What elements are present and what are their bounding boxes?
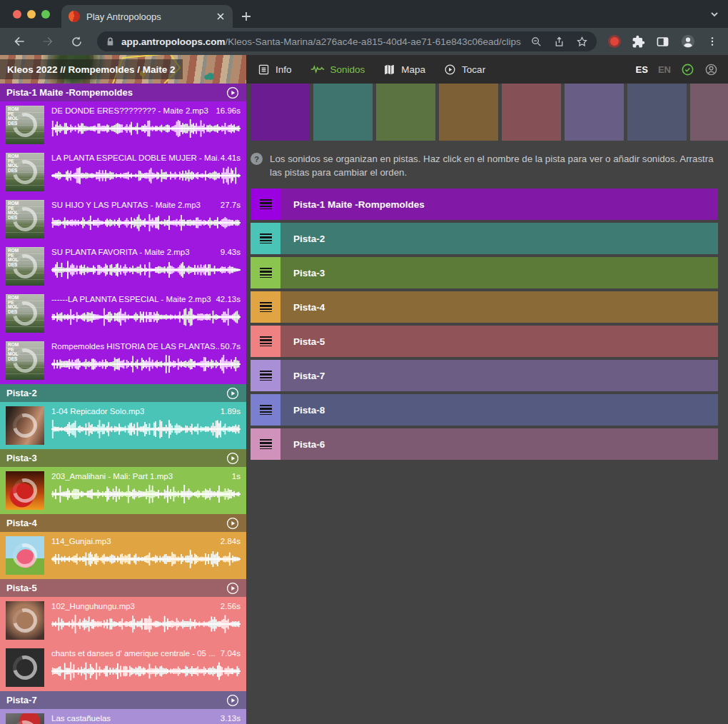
clip-item[interactable]: Las castañuelas3.13s	[0, 709, 246, 724]
clip-item[interactable]: ROM PE MOL DES SU PLANTA FAVORITA - Mait…	[0, 243, 246, 290]
track-row-bar[interactable]: Pista-1 Maite -Rompemoldes	[280, 188, 718, 220]
clip-thumbnail[interactable]	[6, 536, 44, 575]
clip-waveform[interactable]	[51, 259, 241, 281]
clip-waveform[interactable]	[51, 212, 241, 233]
browser-tab[interactable]: Play Antropoloops	[61, 5, 233, 28]
clip-thumbnail[interactable]	[6, 601, 44, 640]
tab-mapa[interactable]: Mapa	[383, 64, 425, 76]
clip-waveform[interactable]	[51, 118, 241, 139]
drag-handle[interactable]	[251, 360, 280, 391]
track-header[interactable]: Pista-5	[0, 579, 246, 597]
extensions-puzzle-icon[interactable]	[632, 35, 645, 49]
clip-waveform[interactable]	[51, 483, 241, 505]
track-row[interactable]: Pista-8	[251, 394, 718, 426]
clip-item[interactable]: 203_Amalihani - Mali: Part 1.mp31s	[0, 467, 246, 514]
clip-item[interactable]: ROM PE MOL DES LA PLANTA ESPECIAL DOBLE …	[0, 149, 246, 196]
clip-thumbnail[interactable]	[6, 471, 44, 510]
track-swatch[interactable]	[251, 84, 310, 141]
track-swatch[interactable]	[439, 84, 498, 141]
clip-item[interactable]: 102_Hunguhungu.mp32.56s	[0, 597, 246, 644]
new-tab-button[interactable]	[233, 5, 260, 28]
track-header[interactable]: Pista-3	[0, 449, 246, 467]
clip-thumbnail[interactable]: ROM PE MOL DES	[6, 341, 44, 380]
play-track-button[interactable]	[226, 517, 239, 530]
track-row-bar[interactable]: Pista-4	[280, 291, 718, 323]
forward-button[interactable]	[36, 31, 60, 52]
sync-check-icon[interactable]	[681, 63, 694, 76]
reload-button[interactable]	[64, 31, 89, 52]
clip-thumbnail[interactable]: ROM PE MOL DES	[6, 106, 44, 144]
account-icon[interactable]	[704, 63, 718, 76]
tab-search-chevron-icon[interactable]	[701, 0, 728, 28]
clip-waveform[interactable]	[51, 306, 241, 328]
track-row-bar[interactable]: Pista-7	[280, 360, 718, 391]
minimize-window-button[interactable]	[27, 10, 36, 19]
clip-waveform[interactable]	[51, 613, 241, 635]
play-track-button[interactable]	[226, 86, 239, 99]
clip-waveform[interactable]	[51, 353, 241, 375]
track-header[interactable]: Pista-4	[0, 514, 246, 532]
clip-item[interactable]: ROM PE MOL DES Rompemoldes HISTORIA DE L…	[0, 337, 246, 384]
clip-thumbnail[interactable]: ROM PE MOL DES	[6, 294, 44, 333]
project-map-thumbnail[interactable]: Kleos 2022 // Rompemoldes / Maite 2	[0, 55, 246, 84]
tab-sonidos[interactable]: Sonidos	[310, 64, 365, 75]
clip-item[interactable]: 1-04 Repicador Solo.mp31.89s	[0, 402, 246, 449]
url-bar[interactable]: app.antropoloops.com/Kleos-Santa-Marina/…	[97, 31, 597, 51]
track-row[interactable]: Pista-5	[251, 326, 718, 357]
clip-waveform[interactable]	[51, 548, 241, 570]
share-icon[interactable]	[553, 36, 565, 48]
drag-handle[interactable]	[251, 291, 280, 323]
clip-thumbnail[interactable]	[6, 713, 44, 724]
clip-thumbnail[interactable]	[6, 406, 44, 445]
track-swatch[interactable]	[376, 84, 435, 141]
track-row[interactable]: Pista-3	[251, 257, 718, 288]
track-row-bar[interactable]: Pista-8	[280, 394, 718, 426]
back-button[interactable]	[7, 31, 31, 52]
track-header[interactable]: Pista-2	[0, 384, 246, 402]
drag-handle[interactable]	[251, 257, 280, 288]
play-track-button[interactable]	[226, 387, 239, 400]
bookmark-star-icon[interactable]	[576, 36, 588, 48]
track-swatch[interactable]	[690, 84, 728, 141]
track-swatch[interactable]	[502, 84, 561, 141]
drag-handle[interactable]	[251, 428, 280, 460]
clip-item[interactable]: chants et danses d' amerique centrale - …	[0, 644, 246, 691]
track-swatch[interactable]	[627, 84, 687, 141]
clip-item[interactable]: 114_Gunjai.mp32.84s	[0, 532, 246, 579]
clip-item[interactable]: ROM PE MOL DES SU HIJO Y LAS PLANTAS - M…	[0, 196, 246, 243]
drag-handle[interactable]	[251, 326, 280, 357]
profile-avatar[interactable]	[680, 34, 696, 49]
fullscreen-window-button[interactable]	[41, 10, 50, 19]
side-panel-icon[interactable]	[656, 35, 669, 49]
record-indicator-icon[interactable]	[610, 37, 619, 46]
clip-thumbnail[interactable]: ROM PE MOL DES	[6, 247, 44, 286]
track-row[interactable]: Pista-2	[251, 223, 718, 254]
track-row-bar[interactable]: Pista-6	[280, 428, 718, 460]
drag-handle[interactable]	[251, 394, 280, 426]
drag-handle[interactable]	[251, 223, 280, 254]
clip-thumbnail[interactable]	[6, 648, 44, 687]
clip-waveform[interactable]	[51, 660, 241, 682]
tab-info[interactable]: Info	[258, 64, 292, 76]
track-row[interactable]: Pista-7	[251, 360, 718, 391]
clip-thumbnail[interactable]: ROM PE MOL DES	[6, 200, 44, 238]
track-swatch[interactable]	[565, 84, 624, 141]
tab-close-icon[interactable]	[216, 11, 226, 21]
track-row-bar[interactable]: Pista-5	[280, 326, 718, 357]
lock-icon[interactable]	[106, 37, 115, 46]
close-window-button[interactable]	[13, 10, 21, 19]
track-header[interactable]: Pista-1 Maite -Rompemoldes	[0, 84, 246, 101]
play-track-button[interactable]	[226, 582, 239, 595]
drag-handle[interactable]	[251, 188, 280, 220]
track-row-bar[interactable]: Pista-2	[280, 223, 718, 254]
tab-tocar[interactable]: Tocar	[444, 64, 485, 76]
lang-en-button[interactable]: EN	[658, 64, 671, 75]
clip-item[interactable]: ROM PE MOL DES ------LA PLANNTA ESPECIAL…	[0, 290, 246, 337]
zoom-icon[interactable]	[530, 36, 542, 48]
track-row-bar[interactable]: Pista-3	[280, 257, 718, 288]
clip-waveform[interactable]	[51, 165, 241, 186]
track-row[interactable]: Pista-1 Maite -Rompemoldes	[251, 188, 718, 220]
track-swatch[interactable]	[313, 84, 373, 141]
clip-waveform[interactable]	[51, 418, 241, 440]
play-track-button[interactable]	[226, 694, 239, 707]
